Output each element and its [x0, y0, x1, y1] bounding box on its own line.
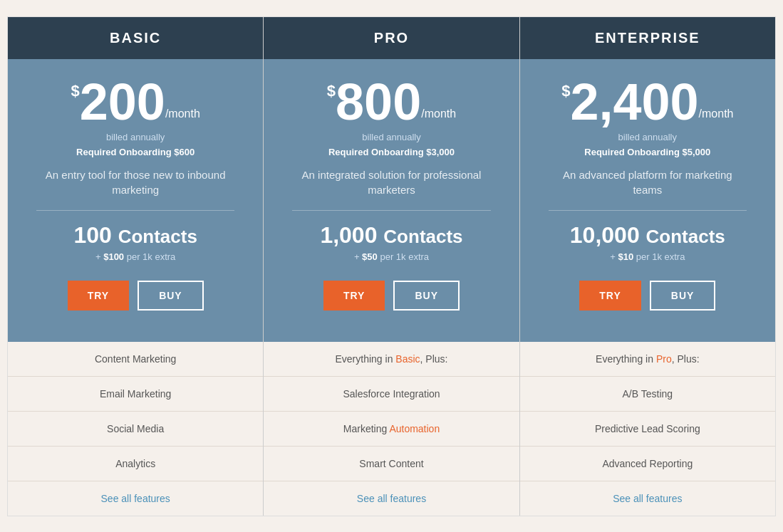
pricing-table: BASIC$200/monthbilled annuallyRequired O…: [7, 16, 776, 516]
divider: [292, 210, 490, 211]
plan-description: An entry tool for those new to inbound m…: [22, 167, 249, 210]
price-dollar-sign: $: [561, 82, 570, 100]
feature-row[interactable]: See all features: [520, 481, 775, 516]
contacts-number: 10,000: [570, 222, 646, 248]
feature-row: Content Marketing: [8, 342, 263, 377]
plan-enterprise-features: Everything in Pro, Plus:A/B TestingPredi…: [520, 342, 775, 516]
contacts-extra: + $100 per 1k extra: [36, 251, 234, 262]
basic-buy-button[interactable]: BUY: [138, 281, 204, 311]
feature-row: Predictive Lead Scoring: [520, 412, 775, 447]
plan-enterprise: ENTERPRISE$2,400/monthbilled annuallyReq…: [520, 17, 775, 516]
feature-row: Everything in Basic, Plus:: [264, 342, 519, 377]
contacts-main: 1,000 Contacts: [292, 222, 490, 249]
plan-enterprise-header: ENTERPRISE: [520, 17, 775, 59]
plan-buttons: TRYBUY: [534, 281, 761, 328]
required-onboarding: Required Onboarding $600: [22, 147, 249, 157]
required-onboarding: Required Onboarding $3,000: [278, 147, 504, 157]
colored-word: Automation: [389, 423, 440, 434]
contacts-main: 10,000 Contacts: [549, 222, 747, 249]
feature-row: Smart Content: [264, 447, 519, 481]
plan-enterprise-pricing: $2,400/monthbilled annuallyRequired Onbo…: [520, 59, 775, 342]
billed-annually: billed annually: [278, 132, 504, 142]
required-onboarding: Required Onboarding $5,000: [534, 147, 761, 157]
contacts-section: 1,000 Contacts+ $50 per 1k extra: [278, 222, 504, 281]
contacts-label: Contacts: [383, 226, 462, 247]
feature-row[interactable]: See all features: [8, 481, 263, 516]
colored-word: Pro: [656, 353, 672, 365]
plan-description: An advanced platform for marketing teams: [534, 167, 761, 210]
billed-annually: billed annually: [22, 132, 249, 142]
contacts-extra: + $50 per 1k extra: [292, 251, 490, 262]
see-all-features-link[interactable]: See all features: [101, 493, 170, 504]
divider: [36, 210, 234, 211]
plan-basic-pricing: $200/monthbilled annuallyRequired Onboar…: [8, 59, 263, 342]
see-all-features-link[interactable]: See all features: [613, 493, 682, 504]
enterprise-buy-button[interactable]: BUY: [650, 281, 716, 311]
price-period: /month: [699, 108, 734, 120]
feature-row: Email Marketing: [8, 377, 263, 412]
price-period: /month: [421, 108, 456, 120]
contacts-section: 10,000 Contacts+ $10 per 1k extra: [534, 222, 761, 281]
billed-annually: billed annually: [534, 132, 761, 142]
price-amount: 800: [336, 76, 421, 127]
contacts-section: 100 Contacts+ $100 per 1k extra: [22, 222, 249, 281]
plan-buttons: TRYBUY: [22, 281, 249, 328]
contacts-number: 100: [73, 222, 118, 248]
see-all-features-link[interactable]: See all features: [357, 493, 426, 504]
plan-basic: BASIC$200/monthbilled annuallyRequired O…: [8, 17, 264, 516]
feature-row[interactable]: See all features: [264, 481, 519, 516]
contacts-extra: + $10 per 1k extra: [549, 251, 747, 262]
plan-pro-features: Everything in Basic, Plus:Salesforce Int…: [264, 342, 519, 516]
price-dollar-sign: $: [327, 82, 336, 100]
plan-basic-features: Content MarketingEmail MarketingSocial M…: [8, 342, 263, 516]
plan-description: An integrated solution for professional …: [278, 167, 504, 210]
plan-pro-pricing: $800/monthbilled annuallyRequired Onboar…: [264, 59, 519, 342]
feature-row: Advanced Reporting: [520, 447, 775, 481]
price-amount: 2,400: [570, 76, 698, 127]
pro-buy-button[interactable]: BUY: [393, 281, 460, 311]
price-dollar-sign: $: [71, 82, 80, 100]
plan-pro: PRO$800/monthbilled annuallyRequired Onb…: [264, 17, 519, 516]
feature-row: Social Media: [8, 412, 263, 447]
feature-row: A/B Testing: [520, 377, 775, 412]
colored-word: Basic: [395, 353, 420, 365]
contacts-label: Contacts: [646, 226, 725, 247]
plan-basic-header: BASIC: [8, 17, 263, 59]
plan-pro-header: PRO: [264, 17, 519, 59]
contacts-main: 100 Contacts: [36, 222, 234, 249]
plan-buttons: TRYBUY: [278, 281, 504, 328]
feature-row: Everything in Pro, Plus:: [520, 342, 775, 377]
contacts-number: 1,000: [320, 222, 383, 248]
feature-row: Salesforce Integration: [264, 377, 519, 412]
basic-try-button[interactable]: TRY: [68, 281, 129, 311]
price-period: /month: [165, 108, 200, 120]
feature-row: Marketing Automation: [264, 412, 519, 447]
price-amount: 200: [80, 76, 165, 127]
divider: [549, 210, 747, 211]
pro-try-button[interactable]: TRY: [323, 281, 385, 311]
contacts-label: Contacts: [118, 226, 197, 247]
feature-row: Analytics: [8, 447, 263, 481]
enterprise-try-button[interactable]: TRY: [579, 281, 641, 311]
